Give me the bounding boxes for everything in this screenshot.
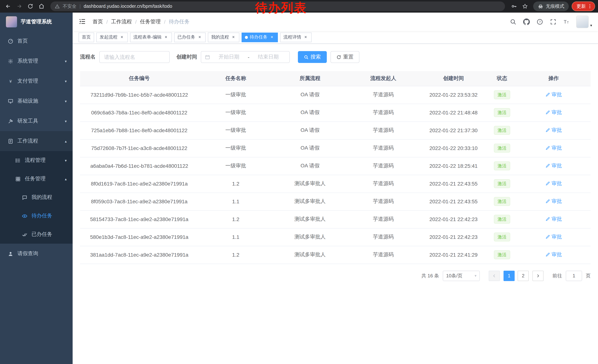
cell-actions: 审批 (516, 86, 590, 104)
user-avatar[interactable] (576, 16, 592, 28)
search-button[interactable]: 搜索 (298, 51, 327, 63)
tab-close-icon[interactable]: × (163, 35, 169, 40)
sidebar-item-system[interactable]: 系统管理 (0, 51, 73, 71)
sidebar-item-infrastructure[interactable]: 基础设施 (0, 91, 73, 111)
approve-link[interactable]: 审批 (545, 198, 562, 205)
next-page-button[interactable] (532, 270, 544, 281)
svg-text:T: T (564, 19, 567, 24)
app-root: 不安全 | dashboard.yudao.iocoder.cn/bpm/tas… (0, 0, 598, 364)
sidebar-item-home[interactable]: 首页 (0, 31, 73, 51)
sidebar-item-process-management[interactable]: 流程管理 (0, 151, 73, 170)
sidebar-toggle-button[interactable] (79, 18, 87, 26)
sidebar-item-leave-query[interactable]: 请假查询 (0, 244, 73, 264)
sidebar-item-label: 研发工具 (17, 118, 38, 124)
cell-process: OA 请假 (273, 86, 347, 104)
cell-initiator: 芋道源码 (347, 121, 419, 139)
user-icon (8, 251, 13, 257)
prev-page-button[interactable] (489, 270, 500, 281)
cell-created-time: 2022-01-22 18:25:41 (420, 157, 488, 175)
sidebar-item-payment[interactable]: ¥ 支付管理 (0, 71, 73, 91)
workflow-icon (8, 138, 13, 144)
tab-item[interactable]: 流程详情 × (280, 32, 312, 42)
sidebar-item-my-processes[interactable]: 我的流程 (0, 188, 73, 207)
table-header-row: 任务编号 任务名称 所属流程 流程发起人 创建时间 状态 操作 (80, 71, 590, 86)
tab-close-icon[interactable]: × (197, 35, 202, 40)
list-icon (15, 157, 21, 163)
page-number-button[interactable]: 2 (518, 270, 529, 281)
column-header-created-time: 创建时间 (420, 71, 488, 86)
process-name-input[interactable] (99, 51, 170, 63)
chevron-down-icon (475, 274, 476, 278)
sidebar-item-label: 支付管理 (17, 78, 38, 84)
tab-item[interactable]: 已办任务 × (174, 32, 206, 42)
cell-created-time: 2022-01-21 22:42:23 (420, 210, 488, 228)
breadcrumb-item-task-management[interactable]: 任务管理 (140, 18, 161, 25)
tab-item[interactable]: 首页 (79, 32, 94, 42)
browser-reload-button[interactable] (25, 1, 36, 11)
sidebar-item-done-tasks[interactable]: 已办任务 (0, 225, 73, 244)
github-icon[interactable] (523, 18, 530, 25)
cell-created-time: 2022-01-22 20:33:10 (420, 139, 488, 157)
tab-close-icon[interactable]: × (303, 35, 308, 40)
help-icon[interactable]: ? (536, 18, 544, 25)
tab-close-icon[interactable]: × (119, 35, 125, 40)
tab-item[interactable]: 发起流程 × (96, 32, 128, 42)
cell-task-id: 73211d9d-7b9b-11ec-b5b7-acde48001122 (80, 86, 199, 104)
cell-process: OA 请假 (273, 104, 347, 121)
browser-back-button[interactable] (3, 1, 13, 11)
tab-close-icon[interactable]: × (269, 35, 274, 40)
font-size-icon[interactable]: TT (563, 18, 570, 25)
search-icon[interactable] (509, 18, 517, 25)
tab-item[interactable]: 待办任务 × (241, 32, 278, 42)
tab-label: 已办任务 (177, 34, 195, 40)
goto-page-input[interactable] (566, 270, 582, 281)
task-table: 任务编号 任务名称 所属流程 流程发起人 创建时间 状态 操作 73211d9d… (80, 71, 590, 264)
cell-initiator: 芋道源码 (347, 175, 419, 193)
breadcrumb-item-home[interactable]: 首页 (93, 18, 103, 25)
sidebar-item-label: 流程管理 (25, 157, 46, 164)
page-size-select[interactable]: 10条/页 (443, 270, 480, 281)
approve-link[interactable]: 审批 (545, 109, 562, 116)
browser-update-button[interactable]: 更新 (572, 1, 595, 11)
tab-item[interactable]: 流程表单-编辑 × (130, 32, 172, 42)
incognito-icon (538, 3, 544, 9)
approve-link[interactable]: 审批 (545, 216, 562, 223)
chevron-right-icon (536, 274, 540, 278)
todo-task-page: 流程名 创建时间 开始日期 - 结束日期 搜索 (73, 44, 598, 364)
reset-button[interactable]: 重置 (331, 51, 359, 63)
page-number-button[interactable]: 1 (504, 270, 515, 281)
browser-home-button[interactable] (36, 1, 47, 11)
approve-link[interactable]: 审批 (545, 180, 562, 187)
fullscreen-icon[interactable] (549, 18, 557, 25)
approve-link[interactable]: 审批 (545, 145, 562, 152)
main-layout: 芋道管理系统 首页 系统管理 ¥ 支付管理 (0, 13, 598, 364)
bookmark-star-icon[interactable] (520, 1, 530, 11)
dashboard-icon (8, 38, 13, 44)
sidebar-item-devtools[interactable]: 研发工具 (0, 111, 73, 131)
address-bar[interactable]: 不安全 | dashboard.yudao.iocoder.cn/bpm/tas… (50, 1, 505, 11)
table-row: 8f0d1619-7ac8-11ec-a9e2-a2380e71991a 1.2… (80, 175, 590, 193)
approve-link[interactable]: 审批 (545, 251, 562, 258)
approve-link[interactable]: 审批 (545, 234, 562, 240)
cell-process: 测试多审批人 (273, 228, 347, 246)
password-key-icon[interactable] (509, 1, 519, 11)
breadcrumb-item-workflow[interactable]: 工作流程 (111, 18, 132, 25)
cell-actions: 审批 (516, 121, 590, 139)
app-logo[interactable]: 芋道管理系统 (0, 13, 73, 31)
tab-close-icon[interactable]: × (231, 35, 236, 40)
breadcrumb-current: 待办任务 (169, 18, 190, 25)
sidebar-item-workflow[interactable]: 工作流程 (0, 131, 73, 151)
approve-link[interactable]: 审批 (545, 91, 562, 98)
table-row: 73211d9d-7b9b-11ec-b5b7-acde48001122 一级审… (80, 86, 590, 104)
edit-icon (545, 199, 550, 204)
sidebar-item-todo-tasks[interactable]: 待办任务 (0, 207, 73, 225)
cell-task-name: 一级审批 (199, 86, 273, 104)
table-row: 069c6a63-7b8a-11ec-8ef0-acde48001122 一级审… (80, 104, 590, 121)
tab-item[interactable]: 我的流程 × (208, 32, 239, 42)
approve-link[interactable]: 审批 (545, 127, 562, 134)
process-name-label: 流程名 (80, 54, 96, 60)
date-range-picker[interactable]: 开始日期 - 结束日期 (201, 51, 290, 63)
browser-forward-button[interactable] (14, 1, 25, 11)
approve-link[interactable]: 审批 (545, 162, 562, 169)
sidebar-item-task-management[interactable]: 任务管理 (0, 170, 73, 188)
